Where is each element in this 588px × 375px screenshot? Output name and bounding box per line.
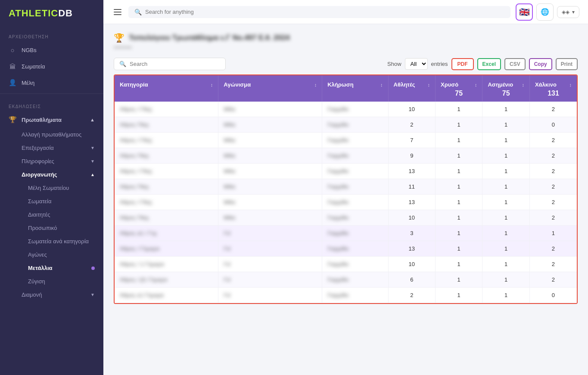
globe-button[interactable]: 🌐 — [536, 3, 554, 21]
topbar-actions: 🇬🇧 🌐 ◈◈ ▾ — [516, 3, 579, 21]
td-agonisma: Μθα: — [218, 102, 322, 117]
sort-icon[interactable]: ↕ — [475, 82, 477, 87]
td-klirosi: Γιαρμίθο — [322, 164, 388, 179]
search-icon: 🔍 — [119, 61, 126, 67]
sort-icon[interactable]: ↕ — [569, 82, 572, 87]
csv-button[interactable]: CSV — [504, 58, 526, 70]
sidebar-sub-epexergasia[interactable]: Επεξεργασία ▼ — [0, 141, 103, 155]
sidebar-sub-prosopiko[interactable]: Προσωπικό — [0, 221, 103, 235]
sidebar-sub-diaitites[interactable]: Διαιτητές — [0, 208, 103, 221]
td-klirosi: Γιαρμίθο — [322, 241, 388, 257]
sort-icon[interactable]: ↕ — [427, 82, 430, 87]
search-input[interactable] — [145, 9, 504, 15]
th-klirosi: Κλήρωση ↕ — [322, 75, 388, 102]
section-label-archivothesi: ΑΡΧΕΙΟΘΕΤΗΣΗ — [0, 27, 103, 42]
chevron-up-icon: ▲ — [90, 172, 95, 177]
plirofories-label: Πληροφορίες — [22, 158, 54, 164]
td-asimeniο: 1 — [482, 272, 529, 288]
td-categoria: Άθρος / Γθης — [115, 195, 218, 210]
chevron-down-icon: ▼ — [90, 292, 95, 297]
th-chryso-label: Χρυσό — [441, 81, 458, 88]
td-agonisma: Μθα: — [218, 117, 322, 133]
td-chalkino: 2 — [529, 164, 577, 179]
table-search-box[interactable]: 🔍 — [114, 58, 226, 70]
td-klirosi: Γιαρμίθο — [322, 148, 388, 164]
sidebar-sub-metalia[interactable]: Μετάλλια — [0, 261, 103, 275]
sort-icon[interactable]: ↕ — [314, 82, 317, 87]
copy-button[interactable]: Copy — [529, 58, 552, 70]
td-chryso: 1 — [435, 288, 482, 303]
td-athlites: 3 — [388, 226, 435, 241]
divider — [0, 93, 103, 94]
sidebar-sub-zygisi[interactable]: Ζύγιση — [0, 275, 103, 288]
th-athlites-label: Αθλητές — [394, 81, 415, 88]
sidebar-sub-allagi[interactable]: Αλλαγή πρωταθλήματος — [0, 128, 103, 141]
active-dot — [91, 267, 95, 270]
page-header: 🏆 Τοπολόγιου Τρωιτάθλημα ε.Γ Νo.497 Ε.θ.… — [114, 33, 578, 43]
td-asimeniο: 1 — [482, 195, 529, 210]
topbar: 🔍 🇬🇧 🌐 ◈◈ ▾ — [103, 0, 588, 24]
td-agonisma: Μθα: — [218, 179, 322, 195]
td-chalkino: 2 — [529, 102, 577, 117]
td-chalkino: 0 — [529, 288, 577, 303]
table-row: Άθρος / Γθης Μθα: Γιαρμίθο 7 1 1 2 — [115, 133, 577, 148]
sidebar-sub-diorganotis[interactable]: Διοργανωτής ▲ — [0, 168, 103, 181]
td-categoria: Άθρος / β1 Γόμαρα — [115, 272, 218, 288]
chevron-right-icon: ▼ — [90, 146, 95, 150]
user-dropdown-button[interactable]: ◈◈ ▾ — [557, 6, 579, 18]
sort-icon[interactable]: ↕ — [380, 82, 383, 87]
sort-icon[interactable]: ↕ — [211, 82, 213, 87]
sidebar-item-protathlimata[interactable]: 🏆 Πρωταθλήματα ▲ — [0, 112, 103, 128]
main-content: 🔍 🇬🇧 🌐 ◈◈ ▾ 🏆 Τοπολόγιου Τρωιτάθλημα ε.Γ… — [103, 0, 588, 375]
td-athlites: 13 — [388, 195, 435, 210]
th-chalkino-label: Χάλκινο — [535, 81, 557, 88]
table-row: Άθρος α1 / Γης Γεί Γιαρμίθο 3 1 1 1 — [115, 226, 577, 241]
td-klirosi: Γιαρμίθο — [322, 226, 388, 241]
td-asimeniο: 1 — [482, 257, 529, 272]
th-chryso: Χρυσό ↕ 75 — [435, 75, 482, 102]
sidebar-sub-somateía-ana[interactable]: Σωματεία ανά κατηγορία — [0, 235, 103, 248]
sidebar-sub-plirofories[interactable]: Πληροφορίες ▼ — [0, 155, 103, 168]
chevron-right-icon: ▼ — [90, 159, 95, 164]
entries-select[interactable]: All 10 25 50 — [405, 58, 428, 70]
td-agonisma: Γεί — [218, 272, 322, 288]
td-categoria: Άθρος κ1 Γόμαρα — [115, 288, 218, 303]
td-chryso: 1 — [435, 210, 482, 226]
td-chalkino: 2 — [529, 148, 577, 164]
td-klirosi: Γιαρμίθο — [322, 117, 388, 133]
td-agonisma: Μθα: — [218, 195, 322, 210]
sidebar-item-somateía[interactable]: 🏛 Σωματεία — [0, 58, 103, 74]
sidebar-item-meli[interactable]: 👤 Μέλη — [0, 74, 103, 91]
td-categoria: Άθρος Γθης — [115, 210, 218, 226]
sidebar-sub-agones[interactable]: Αγώνες — [0, 248, 103, 261]
td-agonisma: Μθα: — [218, 164, 322, 179]
table-toolbar: 🔍 Show All 10 25 50 entries PDF Excel CS… — [114, 58, 578, 70]
td-chryso: 1 — [435, 117, 482, 133]
sidebar-item-label: NGBs — [22, 47, 37, 53]
chalkino-count: 131 — [535, 90, 572, 97]
table-row: Άθρος / Γθης Μθα: Γιαρμίθο 13 1 1 2 — [115, 195, 577, 210]
sidebar-sub-diamoni[interactable]: Διαμονή ▼ — [0, 288, 103, 301]
sidebar-item-ngbs[interactable]: ○ NGBs — [0, 42, 103, 58]
excel-button[interactable]: Excel — [477, 58, 501, 70]
td-categoria: Άθρος / Γθης — [115, 164, 218, 179]
sort-icon[interactable]: ↕ — [522, 82, 524, 87]
table-row: Άθρος Γθης Μθα: Γιαρμίθο 11 1 1 2 — [115, 179, 577, 195]
sidebar-sub-somateía2[interactable]: Σωματεία — [0, 195, 103, 208]
pdf-button[interactable]: PDF — [451, 58, 474, 70]
td-chalkino: 1 — [529, 226, 577, 241]
td-asimeniο: 1 — [482, 226, 529, 241]
td-chalkino: 0 — [529, 117, 577, 133]
sidebar-sub-meli-somateíou[interactable]: Μέλη Σωματείου — [0, 181, 103, 195]
table-search-input[interactable] — [130, 61, 220, 67]
page-content: 🏆 Τοπολόγιου Τρωιτάθλημα ε.Γ Νo.497 Ε.θ.… — [103, 24, 588, 375]
td-categoria: Άθρος α1 / Γης — [115, 226, 218, 241]
td-chryso: 1 — [435, 148, 482, 164]
menu-button[interactable] — [112, 7, 123, 17]
td-asimeniο: 1 — [482, 164, 529, 179]
print-button[interactable]: Print — [556, 58, 578, 70]
language-flag-button[interactable]: 🇬🇧 — [516, 3, 533, 21]
asimeniο-count: 75 — [488, 90, 524, 97]
meli-icon: 👤 — [9, 79, 16, 87]
td-athlites: 10 — [388, 102, 435, 117]
